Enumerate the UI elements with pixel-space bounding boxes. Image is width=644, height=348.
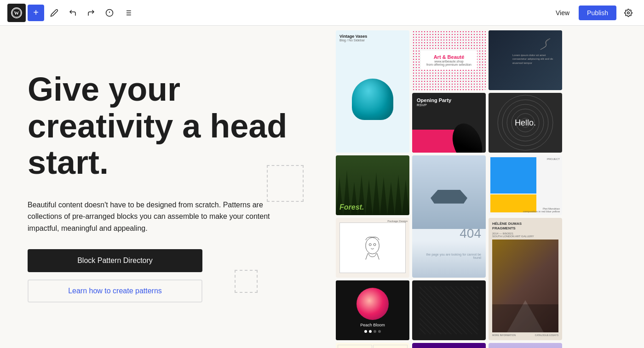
placeholder-small: [235, 270, 258, 293]
card-art-beaute-title: Art & Beauté: [426, 54, 472, 60]
svg-point-11: [627, 11, 630, 14]
plus-icon: +: [33, 7, 39, 18]
topbar: W +: [0, 0, 644, 26]
card-vases-label: Vintage Vases: [339, 34, 406, 39]
card-hello[interactable]: Hello.: [489, 93, 562, 153]
card-sketch[interactable]: Package Design: [336, 218, 409, 278]
card-vintage-vases[interactable]: Vintage Vases Blog / No Sidebar: [336, 30, 409, 153]
tools-button[interactable]: [46, 5, 63, 21]
card-vases-sublabel: Blog / No Sidebar: [339, 39, 406, 42]
card-opening-party[interactable]: Opening Party RSVP: [412, 93, 486, 153]
card-merlin[interactable]: MERLIN FORETELLSTHE BIRTH OF ARTHUR Lore…: [412, 343, 486, 348]
card-peach-bloom[interactable]: Peach Bloom: [336, 280, 409, 340]
left-panel: Give your creativity a head start. Beaut…: [0, 26, 331, 348]
card-peach-dot-3: [374, 330, 376, 333]
card-mondrian-caption: Piet Mondriancomposition in red blue yel…: [523, 207, 560, 213]
add-block-button[interactable]: +: [28, 5, 44, 21]
svg-point-20: [374, 244, 376, 246]
card-peach-title: Peach Bloom: [360, 323, 385, 327]
card-fragments[interactable]: HÉLÈNE DUMASFRAGMENTS 2014 — 8/9/2021SOU…: [489, 218, 562, 340]
publish-button[interactable]: Publish: [579, 6, 616, 20]
card-404-text: the page you are looking for cannot be f…: [426, 253, 481, 259]
card-mondrian-label: PROJECT: [547, 158, 560, 160]
card-tarot[interactable]: ⚔ XVIII THE MOON ☀ XIX THE SUN: [336, 343, 409, 348]
card-forest-text: Forest.: [339, 203, 364, 211]
hero-title: Give your creativity a head start.: [28, 71, 304, 181]
block-pattern-directory-button[interactable]: Block Pattern Directory: [28, 249, 202, 272]
card-peach-dot-1: [364, 330, 367, 333]
svg-point-19: [369, 244, 372, 246]
card-hello-text: Hello.: [515, 118, 536, 128]
card-opening-title: Opening Party: [417, 97, 481, 103]
card-peach-dot-2: [369, 330, 372, 333]
svg-text:W: W: [14, 10, 19, 16]
view-button[interactable]: View: [550, 6, 575, 20]
card-peach-dot-4: [378, 330, 381, 333]
card-dark-pattern: [420, 286, 478, 334]
card-tarot-right: ☀ XIX THE SUN: [373, 345, 408, 348]
card-fragments-dates: 2014 — 8/9/2021SOUTH LONDON ART GALLERY: [492, 232, 558, 238]
redo-button[interactable]: [83, 5, 99, 21]
card-fragments-footer: MORE INFORMATIONCATALOGUE ESSAYS: [492, 334, 558, 337]
card-mondrian-blue: [490, 157, 536, 194]
card-bird[interactable]: Lorem ipsum dolor sit amet consectetur a…: [489, 30, 562, 90]
wordpress-logo[interactable]: W: [7, 4, 26, 22]
card-opening-sub: RSVP: [417, 103, 481, 107]
pattern-mosaic: Vintage Vases Blog / No Sidebar Art & Be…: [331, 26, 644, 348]
card-forest[interactable]: Forest.: [336, 155, 409, 215]
card-art-beaute[interactable]: Art & Beauté www.artbeaute.shopfrom offe…: [412, 30, 486, 90]
list-view-button[interactable]: [120, 5, 136, 21]
undo-button[interactable]: [64, 5, 81, 21]
svg-line-22: [377, 253, 380, 260]
svg-point-18: [366, 238, 379, 254]
topbar-right: View Publish: [550, 5, 637, 21]
card-mondrian[interactable]: PROJECT Piet Mondriancomposition in red …: [489, 155, 562, 215]
placeholder-large: [267, 165, 304, 202]
card-fragments-title: HÉLÈNE DUMASFRAGMENTS: [492, 222, 558, 231]
card-fragments-artwork: [492, 240, 558, 332]
card-art-beaute-subtitle: www.artbeaute.shopfrom offering premium …: [426, 60, 472, 66]
card-dark-texture[interactable]: [412, 280, 486, 340]
card-art-beaute-content: Art & Beauté www.artbeaute.shopfrom offe…: [421, 51, 477, 70]
settings-button[interactable]: [620, 5, 637, 21]
card-sketch-label: Package Design: [336, 218, 409, 224]
learn-patterns-button[interactable]: Learn how to create patterns: [28, 280, 202, 302]
topbar-left: W +: [7, 4, 136, 22]
main-content: Give your creativity a head start. Beaut…: [0, 26, 644, 348]
card-peach-circle: [356, 288, 389, 320]
card-404-number: 404: [460, 226, 481, 241]
card-404[interactable]: 404 the page you are looking for cannot …: [412, 155, 486, 278]
svg-line-21: [366, 253, 368, 260]
card-gradient-purple[interactable]: 🌵: [489, 343, 562, 348]
info-button[interactable]: [101, 5, 118, 21]
card-peach-dots: [364, 330, 381, 333]
hero-description: Beautiful content doesn't have to be des…: [28, 199, 285, 234]
card-bird-text: Lorem ipsum dolor sit amet consectetur a…: [512, 53, 558, 65]
card-tarot-left: ⚔ XVIII THE MOON: [338, 345, 372, 348]
